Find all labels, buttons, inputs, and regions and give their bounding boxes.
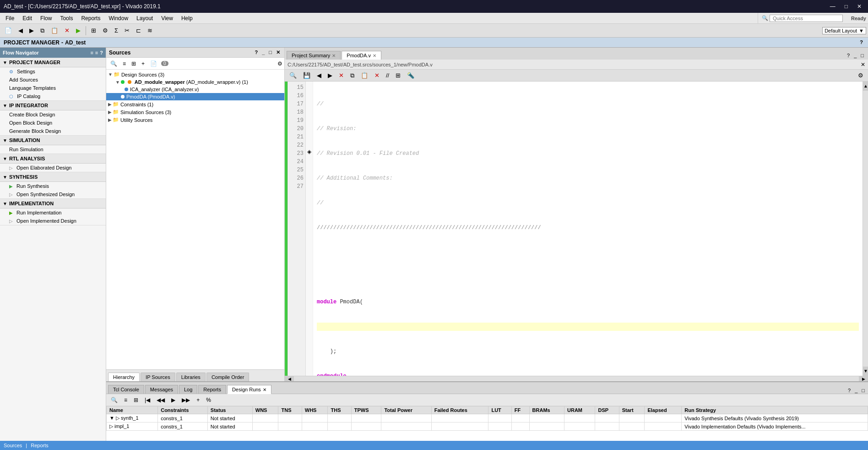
tab-libraries[interactable]: Libraries [176, 373, 206, 381]
nav-open-elaborated[interactable]: ▷ Open Elaborated Design [0, 164, 106, 172]
close-button[interactable]: ✕ [854, 2, 864, 11]
paste-button[interactable]: 📋 [48, 26, 61, 35]
format-button[interactable]: ⊏ [133, 26, 144, 35]
tab-reports[interactable]: Reports [198, 385, 226, 394]
tab-project-summary[interactable]: Project Summary ✕ [287, 51, 341, 60]
runs-expand-button[interactable]: ⊞ [131, 396, 141, 404]
table-row[interactable]: ▷ impl_1 constrs_1 Not started [107, 423, 868, 431]
pmodda-item[interactable]: PmodDA (PmodDA.v) [106, 93, 284, 100]
file-path-close[interactable]: ✕ [861, 61, 865, 68]
sources-minimize[interactable]: _ [260, 49, 266, 55]
tab-messages[interactable]: Messages [145, 385, 178, 394]
tab-hierarchy[interactable]: Hierarchy [108, 373, 140, 381]
editor-gear-button[interactable]: ⚙ [855, 71, 866, 80]
tab-compile-order[interactable]: Compile Order [206, 373, 250, 381]
nav-open-synthesized[interactable]: ▷ Open Synthesized Design [0, 190, 106, 198]
project-summary-tab-close[interactable]: ✕ [332, 53, 336, 58]
editor-table-button[interactable]: ⊞ [393, 71, 403, 80]
section-project-manager-header[interactable]: ▼ PROJECT MANAGER [0, 58, 106, 67]
tab-design-runs[interactable]: Design Runs ✕ [227, 385, 271, 394]
menu-help[interactable]: Help [178, 14, 196, 22]
header-help-button[interactable]: ? [858, 39, 864, 45]
nav-generate-block-design[interactable]: Generate Block Design [0, 127, 106, 135]
new-file-button[interactable]: 📄 [2, 26, 15, 35]
menu-layout[interactable]: Layout [133, 14, 157, 22]
design-sources-group[interactable]: ▼ 📁 Design Sources (3) [106, 71, 284, 78]
bottom-help[interactable]: ? [846, 388, 852, 394]
ica-analyzer-item[interactable]: ICA_analyzer (ICA_analyzer.v) [114, 86, 284, 93]
editor-search-button[interactable]: 🔍 [287, 71, 299, 80]
sources-gear[interactable]: ⚙ [277, 60, 282, 67]
scrollbar-right[interactable]: ▶ [859, 376, 868, 382]
sources-collapse-button[interactable]: ≡ [120, 60, 128, 68]
editor-cut-button[interactable]: ✕ [336, 71, 347, 80]
maximize-button[interactable]: □ [842, 2, 851, 11]
bottom-restore[interactable]: □ [860, 388, 866, 394]
nav-settings[interactable]: ⚙ Settings [0, 67, 106, 76]
delete-button[interactable]: ✕ [62, 26, 72, 35]
grid-button[interactable]: ⊞ [88, 26, 99, 35]
menu-edit[interactable]: Edit [19, 14, 36, 22]
editor-restore[interactable]: □ [859, 53, 865, 59]
runs-add-button[interactable]: + [194, 396, 202, 404]
simulation-sources-group[interactable]: ▶ 📁 Simulation Sources (3) [106, 108, 284, 116]
section-rtl-analysis-header[interactable]: ▼ RTL ANALYSIS [0, 154, 106, 164]
nav-run-synthesis[interactable]: ▶ Run Synthesis [0, 182, 106, 190]
sources-close[interactable]: ✕ [275, 49, 282, 55]
nav-open-implemented[interactable]: ▷ Open Implemented Design [0, 217, 106, 225]
tab-ip-sources[interactable]: IP Sources [141, 373, 175, 381]
runs-percent-button[interactable]: % [203, 396, 214, 404]
sources-search-button[interactable]: 🔍 [108, 60, 119, 68]
bottom-minimize[interactable]: _ [853, 388, 859, 394]
constraints-group[interactable]: ▶ 📁 Constraints (1) [106, 100, 284, 108]
runs-first-button[interactable]: |◀ [142, 396, 153, 404]
runs-prev-button[interactable]: ◀◀ [154, 396, 168, 404]
quick-access-input[interactable] [770, 15, 843, 22]
runs-play-button[interactable]: ▶ [168, 396, 178, 404]
nav-add-sources[interactable]: Add Sources [0, 76, 106, 84]
nav-ip-catalog[interactable]: ⬡ IP Catalog [0, 92, 106, 100]
tab-tcl-console[interactable]: Tcl Console [108, 385, 144, 394]
nav-create-block-design[interactable]: Create Block Design [0, 110, 106, 119]
nav-language-templates[interactable]: Language Templates [0, 84, 106, 92]
editor-save-button[interactable]: 💾 [300, 71, 313, 80]
editor-copy-button[interactable]: ⧉ [347, 71, 357, 80]
menu-flow[interactable]: Flow [37, 14, 55, 22]
layout-selector[interactable]: Default Layout ▼ [822, 27, 866, 34]
ad-module-wrapper-group[interactable]: ▼ AD_module_wrapper (AD_module_wrapper.v… [114, 78, 284, 86]
editor-help[interactable]: ? [846, 53, 851, 59]
nav-run-implementation[interactable]: ▶ Run Implementation [0, 209, 106, 217]
editor-scrollbar-h[interactable]: ◀ ▶ [285, 376, 868, 381]
nav-run-simulation[interactable]: Run Simulation [0, 145, 106, 154]
menu-reports[interactable]: Reports [77, 14, 104, 22]
runs-next-button[interactable]: ▶▶ [179, 396, 193, 404]
tab-log[interactable]: Log [179, 385, 197, 394]
undo-button[interactable]: ◀ [16, 26, 26, 35]
section-implementation-header[interactable]: ▼ IMPLEMENTATION [0, 199, 106, 209]
runs-search-button[interactable]: 🔍 [108, 396, 120, 404]
utility-sources-group[interactable]: ▶ 📁 Utility Sources [106, 116, 284, 124]
copy-button[interactable]: ⧉ [38, 26, 47, 35]
scrollbar-left[interactable]: ◀ [285, 376, 294, 382]
sources-restore[interactable]: □ [267, 49, 273, 55]
editor-back-button[interactable]: ◀ [314, 71, 324, 80]
impl1-expand[interactable]: ▷ [109, 423, 113, 429]
flow-nav-collapse-all[interactable]: ≡ [90, 50, 93, 55]
minimize-button[interactable]: — [827, 2, 838, 11]
menu-view[interactable]: View [157, 14, 177, 22]
editor-comment-button[interactable]: // [383, 71, 392, 80]
cut-button[interactable]: ✂ [122, 26, 132, 35]
code-content[interactable]: // // Revision: // Revision 0.01 - File … [313, 82, 863, 376]
section-synthesis-header[interactable]: ▼ SYNTHESIS [0, 172, 106, 182]
scrollbar-up[interactable]: ▲ [863, 82, 868, 91]
sources-expand-button[interactable]: ⊞ [129, 60, 138, 68]
table-row[interactable]: ▼ ▷ synth_1 constrs_1 Not started [107, 414, 868, 423]
sources-file-button[interactable]: 📄 [148, 60, 159, 68]
editor-minimize[interactable]: _ [852, 53, 858, 59]
redo-button[interactable]: ▶ [27, 26, 37, 35]
sigma-button[interactable]: Σ [112, 26, 121, 35]
editor-paste-button[interactable]: 📋 [358, 71, 371, 80]
flow-nav-expand-all[interactable]: ≡ [95, 50, 98, 55]
menu-file[interactable]: File [2, 14, 18, 22]
scrollbar-down[interactable]: ▼ [863, 367, 868, 376]
